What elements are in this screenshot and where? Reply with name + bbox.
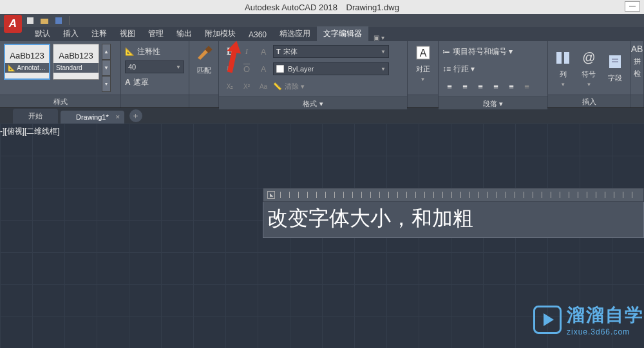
strike-button[interactable]: U bbox=[223, 62, 237, 75]
bullets-icon[interactable]: ≔ bbox=[442, 47, 450, 56]
style-card-annotative[interactable]: AaBb123 📐 Annotat… bbox=[4, 44, 50, 80]
font-value: 宋体 bbox=[283, 47, 298, 57]
superscript-button[interactable]: X² bbox=[240, 80, 254, 93]
svg-rect-6 bbox=[556, 52, 562, 64]
line-spacing-label[interactable]: 行距 ▾ bbox=[453, 64, 475, 75]
panel-title-format[interactable]: 格式 ▾ bbox=[219, 96, 407, 109]
panel-alignment: A 对正 ▼ bbox=[408, 41, 439, 107]
panel-title-style: 样式 bbox=[0, 95, 120, 107]
minimize-button[interactable]: — bbox=[625, 1, 640, 12]
layer-color-dropdown[interactable]: ByLayer ▼ bbox=[273, 62, 389, 75]
panel-style: AaBb123 📐 Annotat… AaBb123 Standard ▲▼▾ … bbox=[0, 41, 121, 107]
align-justify-button[interactable]: ≡ bbox=[489, 80, 503, 93]
window-titlebar: Autodesk AutoCAD 2018 Drawing1.dwg — bbox=[0, 0, 644, 14]
tab-output[interactable]: 输出 bbox=[170, 26, 198, 41]
panel-annot: 📐 注释性 40 ▼ A 遮罩 bbox=[121, 41, 189, 107]
columns-button[interactable]: 列▼ bbox=[552, 44, 574, 92]
ruler-corner-icon[interactable]: ◣ bbox=[267, 191, 275, 199]
font-button[interactable]: A bbox=[256, 45, 270, 58]
quick-access-toolbar: A bbox=[0, 14, 644, 27]
panel-title-paragraph[interactable]: 段落 ▾ bbox=[439, 96, 547, 109]
spell-icon[interactable]: AB bbox=[631, 44, 643, 54]
subscript-button[interactable]: X₂ bbox=[223, 80, 237, 93]
tab-text-editor[interactable]: 文字编辑器 bbox=[317, 26, 368, 41]
layer-value: ByLayer bbox=[288, 65, 314, 73]
svg-rect-0 bbox=[27, 17, 33, 24]
svg-rect-1 bbox=[55, 17, 62, 24]
justify-label[interactable]: 对正 bbox=[416, 64, 430, 74]
annot-scale-icon[interactable]: 📐 bbox=[125, 47, 135, 56]
ribbon: AaBb123 📐 Annotat… AaBb123 Standard ▲▼▾ … bbox=[0, 41, 644, 108]
tab-manage[interactable]: 管理 bbox=[142, 26, 170, 41]
ribbon-collapse-icon[interactable]: ▣ ▾ bbox=[374, 34, 384, 41]
panel-insert: 列▼ @ 符号▼ 字段 插入 bbox=[548, 41, 630, 107]
tab-default[interactable]: 默认 bbox=[28, 26, 57, 41]
justify-icon[interactable]: A bbox=[414, 44, 432, 62]
watermark: 溜溜自学 zixue.3d66.com bbox=[533, 303, 644, 336]
new-tab-button[interactable]: ＋ bbox=[129, 109, 142, 122]
watermark-play-icon bbox=[533, 306, 562, 334]
tab-a360[interactable]: A360 bbox=[242, 28, 273, 41]
style-name: Standard bbox=[53, 63, 99, 73]
align-extra-button[interactable]: ≡ bbox=[520, 80, 534, 93]
panel-spell: AB 拼 检 bbox=[630, 41, 644, 107]
doc-name: Drawing1.dwg bbox=[346, 3, 399, 12]
drawing-canvas[interactable]: -][俯视][二维线框] ◣ 改变字体大小，和加粗 溜溜自学 zixue.3d6… bbox=[0, 124, 644, 348]
mask-label[interactable]: 遮罩 bbox=[133, 77, 149, 88]
qat-open-icon[interactable] bbox=[39, 15, 50, 26]
svg-rect-7 bbox=[564, 52, 569, 64]
qat-save-icon[interactable] bbox=[53, 15, 64, 26]
mask-icon[interactable]: A bbox=[125, 78, 131, 87]
mtext-editor[interactable]: ◣ 改变字体大小，和加粗 bbox=[263, 188, 644, 238]
app-logo-icon[interactable]: A bbox=[4, 15, 22, 33]
other-a-button[interactable]: A bbox=[256, 62, 270, 75]
doc-tab-drawing1[interactable]: Drawing1*✕ bbox=[61, 111, 124, 124]
columns-icon bbox=[554, 49, 572, 67]
tab-addon[interactable]: 附加模块 bbox=[198, 26, 242, 41]
svg-rect-3 bbox=[276, 65, 284, 73]
overline-button[interactable]: O bbox=[240, 62, 254, 75]
qat-new-icon[interactable] bbox=[24, 15, 36, 26]
panel-paragraph: ≔ 项目符号和编号 ▾ ↕≡ 行距 ▾ ≡ ≡ ≡ ≡ ≡ ≡ 段落 ▾ bbox=[439, 41, 548, 107]
close-icon[interactable]: ✕ bbox=[115, 114, 120, 120]
watermark-url: zixue.3d66.com bbox=[567, 327, 630, 336]
viewport-label[interactable]: -][俯视][二维线框] bbox=[0, 126, 60, 137]
line-spacing-icon[interactable]: ↕≡ bbox=[442, 64, 451, 73]
clear-formatting-button[interactable]: 清除 ▾ bbox=[285, 82, 305, 91]
symbol-icon: @ bbox=[580, 49, 598, 67]
align-right-button[interactable]: ≡ bbox=[473, 80, 488, 93]
align-center-button[interactable]: ≡ bbox=[458, 80, 472, 93]
symbol-button[interactable]: @ 符号▼ bbox=[578, 44, 600, 92]
doc-tab-start[interactable]: 开始 bbox=[13, 109, 58, 124]
style-card-standard[interactable]: AaBb123 Standard bbox=[53, 44, 99, 80]
ruler-ticks[interactable] bbox=[280, 192, 637, 198]
font-family-dropdown[interactable]: T 宋体 ▼ bbox=[273, 45, 389, 58]
style-sample: AaBb123 bbox=[59, 51, 93, 60]
tab-annotate[interactable]: 注释 bbox=[85, 26, 113, 41]
annot-label: 注释性 bbox=[137, 46, 160, 57]
ruler-icon[interactable]: 📏 bbox=[273, 82, 282, 91]
mtext-ruler[interactable]: ◣ bbox=[263, 188, 644, 202]
case-button[interactable]: Aa bbox=[256, 80, 270, 93]
mtext-textbox[interactable]: 改变字体大小，和加粗 bbox=[263, 202, 644, 238]
align-left-button[interactable]: ≡ bbox=[442, 80, 457, 93]
tab-featured[interactable]: 精选应用 bbox=[273, 26, 317, 41]
mtext-content[interactable]: 改变字体大小，和加粗 bbox=[267, 206, 473, 230]
watermark-title: 溜溜自学 bbox=[567, 303, 644, 327]
bold-button[interactable]: B bbox=[223, 45, 237, 58]
match-brush-icon[interactable] bbox=[194, 44, 214, 63]
field-icon bbox=[606, 53, 624, 71]
field-button[interactable]: 字段 bbox=[604, 44, 626, 92]
tab-view[interactable]: 视图 bbox=[113, 26, 142, 41]
bullets-label[interactable]: 项目符号和编号 ▾ bbox=[453, 46, 513, 57]
text-height-value: 40 bbox=[128, 63, 136, 71]
svg-text:A: A bbox=[419, 48, 426, 59]
panel-match: 匹配 bbox=[189, 41, 219, 107]
align-dist-button[interactable]: ≡ bbox=[504, 80, 518, 93]
tab-insert[interactable]: 插入 bbox=[57, 26, 85, 41]
italic-button[interactable]: I bbox=[240, 45, 254, 58]
ribbon-tabs: 默认 插入 注释 视图 管理 输出 附加模块 A360 精选应用 文字编辑器 ▣… bbox=[0, 27, 644, 41]
text-height-dropdown[interactable]: 40 ▼ bbox=[125, 60, 184, 73]
style-gallery-scroll[interactable]: ▲▼▾ bbox=[102, 44, 111, 92]
match-label: 匹配 bbox=[197, 66, 211, 75]
